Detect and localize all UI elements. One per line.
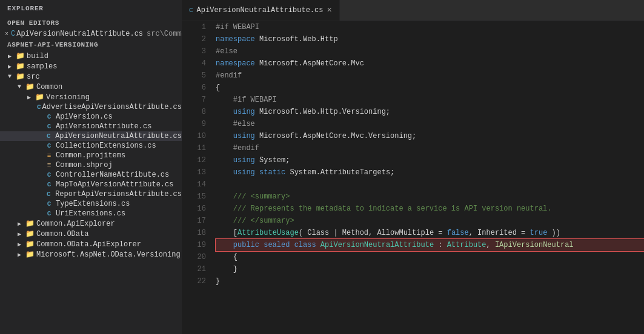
open-editor-item[interactable]: × C ApiVersionNeutralAttribute.cs src\Co… [0, 29, 182, 39]
folder-icon: 📁 [24, 82, 35, 91]
file-tree: ▶ 📁 build ▶ 📁 samples ▼ 📁 src ▼ 📁 Common [0, 51, 182, 334]
editor-tab[interactable]: C ApiVersionNeutralAttribute.cs × [182, 0, 340, 21]
arrow-icon: ▶ [24, 94, 34, 101]
tab-close-button[interactable]: × [327, 6, 331, 15]
explorer-header: EXPLORER [0, 0, 182, 17]
tree-item-build[interactable]: ▶ 📁 build [0, 51, 182, 61]
code-line: [AttributeUsage( Class | Method, AllowMu… [216, 227, 644, 239]
tree-label-typeext: TypeExtensions.cs [56, 200, 130, 208]
sidebar: EXPLORER OPEN EDITORS × C ApiVersionNeut… [0, 0, 182, 334]
code-line: #if WEBAPI [216, 94, 644, 106]
tree-label-build: build [27, 52, 48, 61]
tree-item-reportapi[interactable]: C ReportApiVersionsAttribute.cs [0, 189, 182, 199]
main-layout: EXPLORER OPEN EDITORS × C ApiVersionNeut… [0, 0, 644, 334]
code-line: /// </summary> [216, 215, 644, 227]
tree-item-odata[interactable]: ▶ 📁 Common.OData [0, 229, 182, 239]
folder-icon: 📁 [34, 93, 45, 102]
tree-label-odataexplorer: Common.OData.ApiExplorer [36, 240, 141, 249]
code-line: #else [216, 118, 644, 130]
code-line: /// <summary> [216, 191, 644, 203]
tab-bar: C ApiVersionNeutralAttribute.cs × [182, 0, 644, 21]
folder-icon: 📁 [24, 219, 35, 228]
tab-cs-icon: C [189, 7, 193, 14]
editor-content[interactable]: 12345 678910 1112131415 1617181920 2122 … [182, 21, 644, 334]
tree-item-advertise[interactable]: C AdvertiseApiVersionsAttribute.cs [0, 102, 182, 112]
tree-label-odata: Common.OData [36, 230, 88, 238]
line-numbers: 12345 678910 1112131415 1617181920 2122 [182, 21, 211, 334]
tree-label-common: Common [36, 83, 62, 91]
tree-item-odataexplorer[interactable]: ▶ 📁 Common.OData.ApiExplorer [0, 239, 182, 249]
tree-item-typeext[interactable]: C TypeExtensions.cs [0, 199, 182, 209]
tree-label-apiexplorer: Common.ApiExplorer [36, 220, 115, 228]
code-line: using Microsoft.Web.Http.Versioning; [216, 106, 644, 118]
code-line: #else [216, 45, 644, 57]
cs-icon: C [44, 210, 55, 217]
tree-label-controllername: ControllerNameAttribute.cs [56, 171, 169, 179]
tree-label-msodataversioning: Microsoft.AspNet.OData.Versioning [36, 250, 181, 259]
code-line-highlighted: public sealed class ApiVersionNeutralAtt… [216, 239, 644, 251]
arrow-icon: ▶ [15, 241, 24, 248]
arrow-icon: ▶ [5, 63, 15, 70]
tree-label-reportapi: ReportApiVersionsAttribute.cs [55, 190, 182, 198]
tree-label-apiversionneutral: ApiVersionNeutralAttribute.cs [55, 132, 182, 140]
proj-icon: ≡ [44, 152, 55, 159]
code-line: namespace Microsoft.AspNetCore.Mvc [216, 57, 644, 70]
code-line: using System; [216, 154, 644, 166]
tree-item-apiexplorer[interactable]: ▶ 📁 Common.ApiExplorer [0, 218, 182, 229]
code-container: 12345 678910 1112131415 1617181920 2122 … [182, 21, 644, 334]
folder-icon: 📁 [24, 250, 35, 259]
arrow-icon: ▶ [5, 53, 15, 60]
tree-item-samples[interactable]: ▶ 📁 samples [0, 61, 182, 71]
tree-item-apiversionneutral[interactable]: C ApiVersionNeutralAttribute.cs [0, 131, 182, 141]
cs-file-icon: C [11, 30, 15, 38]
close-icon[interactable]: × [5, 31, 8, 38]
tree-item-collection[interactable]: C CollectionExtensions.cs [0, 141, 182, 151]
tree-item-controllername[interactable]: C ControllerNameAttribute.cs [0, 170, 182, 180]
folder-icon: 📁 [15, 51, 25, 61]
tree-item-shproj[interactable]: ≡ Common.shproj [0, 160, 182, 170]
open-editor-path: src\Common [147, 30, 182, 38]
tree-item-apiversion[interactable]: C ApiVersion.cs [0, 112, 182, 122]
code-line: using Microsoft.AspNetCore.Mvc.Versionin… [216, 130, 644, 142]
tree-label-collection: CollectionExtensions.cs [56, 142, 156, 150]
arrow-icon: ▶ [15, 231, 24, 238]
tab-label: ApiVersionNeutralAttribute.cs [197, 6, 324, 15]
folder-icon: 📁 [15, 62, 25, 71]
folder-icon: 📁 [15, 72, 25, 81]
code-line: #endif [216, 142, 644, 154]
tree-label-src: src [27, 73, 40, 81]
tree-item-versioning[interactable]: ▶ 📁 Versioning [0, 92, 182, 102]
cs-icon: C [44, 142, 55, 149]
tree-item-projitems[interactable]: ≡ Common.projitems [0, 151, 182, 160]
editor-area: C ApiVersionNeutralAttribute.cs × 12345 … [182, 0, 644, 334]
project-label[interactable]: ASPNET-API-VERSIONING [0, 39, 182, 51]
tree-item-uriext[interactable]: C UriExtensions.cs [0, 209, 182, 218]
tree-item-apiversionattr[interactable]: C ApiVersionAttribute.cs [0, 122, 182, 131]
tree-item-msodataversioning[interactable]: ▶ 📁 Microsoft.AspNet.OData.Versioning [0, 249, 182, 260]
arrow-icon: ▶ [15, 220, 24, 228]
tree-item-maptoapi[interactable]: C MapToApiVersionAttribute.cs [0, 180, 182, 189]
cs-icon: C [44, 123, 55, 130]
code-line: #endif [216, 70, 644, 82]
open-editors-label[interactable]: OPEN EDITORS [0, 17, 182, 29]
folder-icon: 📁 [24, 240, 35, 249]
arrow-icon: ▼ [5, 73, 15, 80]
tree-label-shproj: Common.shproj [56, 161, 113, 169]
cs-icon: C [44, 171, 55, 178]
tree-label-advertise: AdvertiseApiVersionsAttribute.cs [42, 103, 182, 111]
code-line: /// Represents the metadata to indicate … [216, 203, 644, 215]
cs-icon: C [44, 113, 55, 120]
code-line: using static System.AttributeTargets; [216, 166, 644, 178]
shproj-icon: ≡ [44, 162, 55, 169]
tree-label-maptoapi: MapToApiVersionAttribute.cs [56, 180, 173, 189]
cs-icon: C [44, 191, 55, 198]
tree-label-projitems: Common.projitems [56, 151, 125, 160]
arrow-icon: ▼ [15, 84, 24, 90]
tree-label-apiversionattr: ApiVersionAttribute.cs [56, 122, 151, 131]
code-line [216, 178, 644, 191]
code-line: { [216, 251, 644, 263]
tree-label-versioning: Versioning [46, 93, 90, 102]
folder-icon: 📁 [24, 229, 35, 238]
tree-item-src[interactable]: ▼ 📁 src [0, 71, 182, 82]
tree-item-common[interactable]: ▼ 📁 Common [0, 82, 182, 92]
